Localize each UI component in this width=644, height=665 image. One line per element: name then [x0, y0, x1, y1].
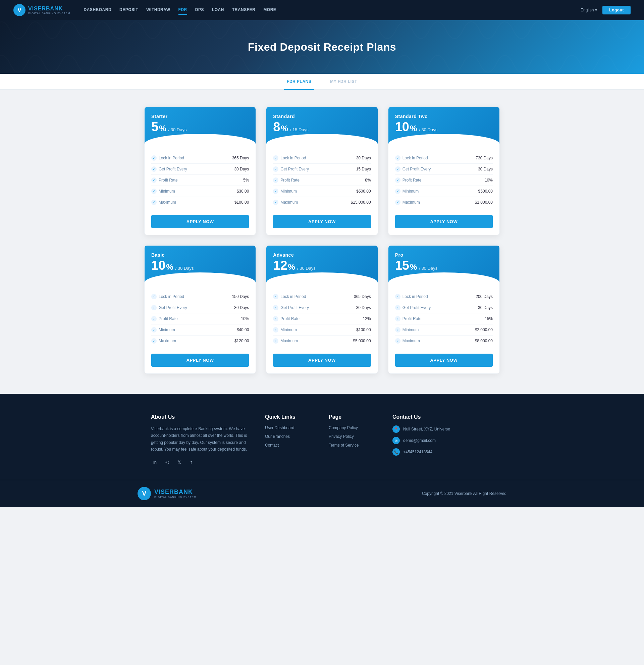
minimum-value: $500.00: [356, 189, 371, 194]
apply-now-button[interactable]: Apply Now: [273, 215, 371, 228]
footer-phone: +454512418544: [403, 450, 432, 454]
maximum-label: Maximum: [395, 200, 420, 205]
plan-name: Standard Two: [395, 114, 493, 119]
plan-row-lock-in: Lock in Period 200 Days: [395, 291, 493, 302]
nav-loan[interactable]: LOAN: [212, 5, 224, 15]
plan-row-minimum: Minimum $30.00: [151, 186, 249, 197]
instagram-icon[interactable]: ◎: [163, 458, 171, 467]
nav-right: English ▾ Logout: [581, 6, 630, 15]
plan-rate-number: 15: [395, 259, 409, 272]
plan-row-maximum: Maximum $15,000.00: [273, 197, 371, 208]
minimum-label: Minimum: [395, 327, 419, 332]
plan-details: Lock in Period 730 Days Get Profit Every…: [388, 147, 500, 211]
tab-my-fdr-list[interactable]: MY FDR LIST: [327, 74, 360, 90]
apply-now-button[interactable]: Apply Now: [395, 215, 493, 228]
lock-in-label: Lock in Period: [273, 294, 306, 299]
plan-row-profit-every: Get Profit Every 30 Days: [151, 164, 249, 175]
lock-in-label: Lock in Period: [395, 294, 428, 299]
footer-link-branches[interactable]: Our Branches: [265, 434, 315, 439]
profit-every-label: Get Profit Every: [273, 305, 309, 310]
footer-link-company-policy[interactable]: Company Policy: [329, 425, 379, 430]
apply-now-button[interactable]: Apply Now: [151, 354, 249, 367]
footer-email: demo@gmail.com: [403, 438, 436, 443]
plan-row-lock-in: Lock in Period 365 Days: [273, 291, 371, 302]
logo-main-text: VISERBANK: [28, 6, 71, 12]
maximum-value: $100.00: [234, 200, 249, 205]
plan-row-profit-rate: Profit Rate 12%: [273, 314, 371, 324]
nav-more[interactable]: MORE: [263, 5, 276, 15]
facebook-icon[interactable]: f: [187, 458, 195, 467]
plan-row-profit-rate: Profit Rate 8%: [273, 175, 371, 186]
plan-row-lock-in: Lock in Period 150 Days: [151, 291, 249, 302]
footer-email-row: ✉ demo@gmail.com: [392, 437, 493, 444]
plan-footer: Apply Now: [388, 349, 500, 374]
plan-details: Lock in Period 365 Days Get Profit Every…: [144, 147, 256, 211]
language-selector[interactable]: English ▾: [581, 8, 597, 13]
plan-name: Basic: [151, 252, 249, 258]
footer-link-terms[interactable]: Terms of Service: [329, 443, 379, 448]
maximum-label: Maximum: [151, 338, 176, 344]
footer-link-contact[interactable]: Contact: [265, 443, 315, 448]
logo-sub-text: DIGITAL BANKING SYSTEM: [28, 12, 71, 15]
plan-name: Pro: [395, 252, 493, 258]
footer-logo-icon: V: [138, 487, 151, 500]
twitter-icon[interactable]: 𝕏: [175, 458, 183, 467]
footer-about-title: About Us: [151, 414, 252, 420]
lock-in-label: Lock in Period: [395, 155, 428, 161]
logout-button[interactable]: Logout: [602, 6, 630, 15]
hero-banner: Fixed Deposit Receipt Plans: [0, 20, 644, 74]
maximum-value: $15,000.00: [351, 200, 371, 205]
plan-row-profit-rate: Profit Rate 10%: [151, 314, 249, 324]
plan-row-profit-every: Get Profit Every 30 Days: [273, 302, 371, 314]
nav-transfer[interactable]: TRANSFER: [232, 5, 255, 15]
plan-row-maximum: Maximum $120.00: [151, 336, 249, 346]
profit-rate-value: 10%: [485, 178, 493, 183]
footer-bottom: V VISERBANK DIGITAL BANKING SYSTEM Copyr…: [0, 480, 644, 507]
plan-card-advance: Advance 12 % / 30 Days Lock in Period 36…: [266, 245, 378, 374]
linkedin-icon[interactable]: in: [151, 458, 159, 467]
tab-fdr-plans[interactable]: FDR PLANS: [284, 74, 314, 90]
footer-link-privacy-policy[interactable]: Privacy Policy: [329, 434, 379, 439]
profit-rate-value: 5%: [243, 178, 249, 183]
plan-rate-number: 8: [273, 120, 280, 133]
nav-logo[interactable]: V VISERBANK DIGITAL BANKING SYSTEM: [14, 4, 71, 16]
footer-quick-links-title: Quick Links: [265, 414, 315, 420]
minimum-label: Minimum: [395, 189, 419, 194]
nav-fdr[interactable]: FDR: [178, 5, 187, 15]
footer-copyright: Copyright © 2021 Viserbank All Right Res…: [422, 491, 506, 496]
plan-rate-percent: %: [288, 262, 295, 272]
profit-every-label: Get Profit Every: [273, 166, 309, 172]
minimum-label: Minimum: [273, 327, 297, 332]
profit-rate-value: 12%: [363, 317, 371, 321]
apply-now-button[interactable]: Apply Now: [395, 354, 493, 367]
maximum-value: $5,000.00: [353, 339, 371, 343]
maximum-value: $8,000.00: [475, 339, 493, 343]
location-icon: 📍: [392, 425, 400, 433]
plan-rate: 12 % / 30 Days: [273, 259, 371, 272]
apply-now-button[interactable]: Apply Now: [151, 215, 249, 228]
profit-every-label: Get Profit Every: [151, 305, 187, 310]
plan-footer: Apply Now: [266, 349, 377, 374]
plan-row-profit-every: Get Profit Every 30 Days: [151, 302, 249, 314]
footer-bottom-logo: V VISERBANK DIGITAL BANKING SYSTEM: [138, 487, 197, 500]
footer-about-text: Viserbank is a complete e-Banking system…: [151, 425, 252, 453]
footer-link-user-dashboard[interactable]: User Dashboard: [265, 425, 315, 430]
plan-details: Lock in Period 365 Days Get Profit Every…: [266, 286, 377, 349]
plans-grid: Starter 5 % / 30 Days Lock in Period 365…: [144, 107, 500, 374]
plan-rate-percent: %: [166, 262, 173, 272]
main-content: Starter 5 % / 30 Days Lock in Period 365…: [138, 107, 506, 374]
plan-row-minimum: Minimum $2,000.00: [395, 324, 493, 336]
profit-rate-label: Profit Rate: [151, 316, 178, 321]
nav-dashboard[interactable]: DASHBOARD: [84, 5, 112, 15]
lock-in-label: Lock in Period: [273, 155, 306, 161]
plan-card-standard: Standard 8 % / 15 Days Lock in Period 30…: [266, 107, 378, 235]
nav-withdraw[interactable]: WITHDRAW: [146, 5, 170, 15]
tabs-bar: FDR PLANS MY FDR LIST: [0, 74, 644, 90]
nav-deposit[interactable]: DEPOSIT: [119, 5, 138, 15]
lock-in-label: Lock in Period: [151, 294, 184, 299]
plan-rate-percent: %: [159, 124, 166, 133]
profit-rate-value: 15%: [485, 317, 493, 321]
apply-now-button[interactable]: Apply Now: [273, 354, 371, 367]
lock-in-value: 30 Days: [356, 156, 371, 160]
nav-dps[interactable]: DPS: [195, 5, 204, 15]
